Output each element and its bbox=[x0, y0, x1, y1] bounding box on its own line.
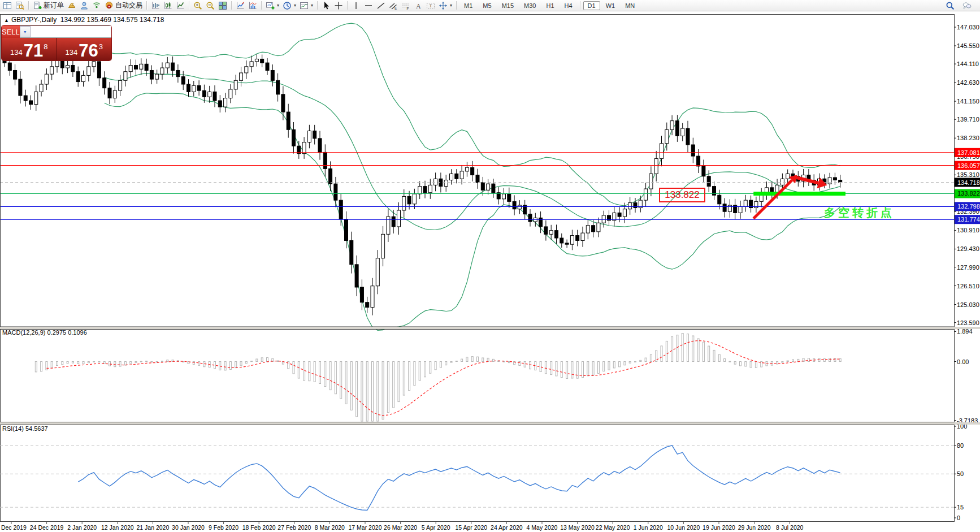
svg-text:15: 15 bbox=[957, 504, 964, 511]
timeframe-h4[interactable]: H4 bbox=[560, 1, 577, 10]
add-indicator-button[interactable]: ▾ bbox=[264, 1, 281, 11]
periods-button[interactable]: ▾ bbox=[281, 1, 298, 11]
collapse-triangle-icon[interactable]: ▲ bbox=[4, 18, 9, 23]
timeframe-d1[interactable]: D1 bbox=[583, 1, 600, 10]
svg-text:24 Dec 2019: 24 Dec 2019 bbox=[30, 524, 64, 531]
timeframe-h1[interactable]: H1 bbox=[541, 1, 558, 10]
svg-text:F: F bbox=[407, 6, 409, 10]
toolbar-separator bbox=[317, 1, 318, 10]
arrows-button[interactable]: ▾ bbox=[437, 1, 454, 11]
timeframe-m15[interactable]: M15 bbox=[497, 1, 518, 10]
svg-text:E: E bbox=[394, 6, 397, 10]
macd-indicator-label: MACD(12,26,9) 0.2975 0.1096 bbox=[2, 329, 87, 336]
trendline-icon bbox=[376, 1, 385, 10]
date-axis[interactable]: 5 Dec 201924 Dec 20192 Jan 202012 Jan 20… bbox=[0, 522, 804, 531]
data-window-button[interactable] bbox=[14, 1, 26, 11]
svg-text:126.510: 126.510 bbox=[957, 283, 979, 289]
timeframe-m5[interactable]: M5 bbox=[478, 1, 496, 10]
zoom-in-button[interactable] bbox=[192, 1, 204, 11]
svg-text:17 Mar 2020: 17 Mar 2020 bbox=[349, 524, 382, 531]
dropdown-caret-icon[interactable]: ▾ bbox=[294, 3, 296, 8]
svg-text:123.590: 123.590 bbox=[957, 319, 979, 326]
macd-pane[interactable] bbox=[35, 334, 841, 421]
template-button[interactable]: ▾ bbox=[298, 1, 315, 11]
timeframe-m1[interactable]: M1 bbox=[459, 1, 477, 10]
candle-chart-icon bbox=[163, 1, 172, 10]
pivot-annotation-text[interactable]: 多空转折点 bbox=[824, 205, 895, 220]
rsi-pane[interactable] bbox=[0, 446, 954, 511]
dropdown-caret-icon[interactable]: ▾ bbox=[277, 3, 279, 8]
chart-symbol-period: GBPJPY-,Daily bbox=[11, 16, 57, 24]
pane-splitter[interactable] bbox=[0, 422, 980, 425]
svg-text:24 Apr 2020: 24 Apr 2020 bbox=[491, 524, 523, 531]
charts-grid-button[interactable] bbox=[1, 1, 14, 11]
horizontal-lines-layer bbox=[0, 153, 954, 219]
chart-window: 147.030145.550144.110142.630141.150139.7… bbox=[0, 11, 980, 532]
svg-text:12 Jan 2020: 12 Jan 2020 bbox=[101, 524, 134, 531]
toolbar-separator bbox=[28, 1, 29, 10]
buy-price[interactable]: 134 76 3 bbox=[57, 38, 112, 60]
trendline-button[interactable] bbox=[375, 1, 387, 11]
signal-button[interactable] bbox=[90, 1, 103, 11]
vertical-line-icon bbox=[352, 1, 361, 10]
community-button[interactable] bbox=[78, 1, 90, 11]
indicator-list-button[interactable] bbox=[246, 1, 259, 11]
svg-text:137.081: 137.081 bbox=[957, 149, 980, 156]
new-order-button[interactable]: 新订单 bbox=[31, 1, 66, 11]
chart-title: ▲GBPJPY-,Daily 134.992 135.469 134.575 1… bbox=[4, 16, 164, 24]
chat-button[interactable] bbox=[961, 1, 973, 11]
channel-button[interactable]: E bbox=[387, 1, 400, 11]
vertical-line-button[interactable] bbox=[350, 1, 362, 11]
label-button[interactable]: T bbox=[424, 1, 437, 11]
horizontal-line-button[interactable] bbox=[362, 1, 375, 11]
svg-text:131.774: 131.774 bbox=[957, 216, 980, 223]
svg-text:141.150: 141.150 bbox=[957, 98, 979, 105]
timeframe-w1[interactable]: W1 bbox=[601, 1, 620, 10]
svg-text:15 Apr 2020: 15 Apr 2020 bbox=[455, 524, 487, 531]
crosshair-button[interactable] bbox=[332, 1, 345, 11]
pane-splitter[interactable] bbox=[0, 327, 980, 329]
price-chart-canvas[interactable]: 147.030145.550144.110142.630141.150139.7… bbox=[0, 11, 980, 532]
timeframe-mn[interactable]: MN bbox=[621, 1, 639, 10]
svg-text:125.030: 125.030 bbox=[957, 301, 979, 308]
svg-text:135.310: 135.310 bbox=[957, 171, 979, 178]
cursor-button[interactable] bbox=[320, 1, 332, 11]
svg-text:139.710: 139.710 bbox=[957, 116, 979, 123]
indicator-window-icon bbox=[236, 1, 245, 10]
svg-text:8 Mar 2020: 8 Mar 2020 bbox=[315, 524, 345, 531]
volume-down-button[interactable]: ▼ bbox=[20, 26, 31, 37]
buy-price-sup: 3 bbox=[99, 42, 103, 51]
one-click-trading-panel: SELL ▼ ▲ BUY 134 71 8 134 76 3 bbox=[2, 25, 111, 60]
gold-button[interactable] bbox=[66, 1, 78, 11]
horizontal-line-icon bbox=[364, 1, 373, 10]
support-price-callout[interactable]: 133.822 bbox=[659, 188, 705, 202]
autotrade-button[interactable]: 自动交易 bbox=[103, 1, 144, 11]
crosshair-icon bbox=[334, 1, 343, 10]
sell-button[interactable]: SELL bbox=[2, 25, 20, 38]
indicator-window-button[interactable] bbox=[234, 1, 246, 11]
tile-windows-button[interactable] bbox=[216, 1, 229, 11]
zoom-out-button[interactable] bbox=[204, 1, 216, 11]
toolbar-separator bbox=[456, 1, 457, 10]
price-axis[interactable]: 147.030145.550144.110142.630141.150139.7… bbox=[954, 24, 980, 521]
svg-text:1.894: 1.894 bbox=[957, 328, 973, 335]
buy-price-big: 76 bbox=[79, 43, 98, 59]
bar-chart-icon bbox=[151, 1, 160, 10]
candle-chart-button[interactable] bbox=[162, 1, 174, 11]
svg-text:18 Feb 2020: 18 Feb 2020 bbox=[242, 524, 276, 531]
toolbar-separator bbox=[146, 1, 147, 10]
svg-text:22 May 2020: 22 May 2020 bbox=[596, 524, 630, 531]
toolbar-separator bbox=[347, 1, 348, 10]
search-button[interactable] bbox=[944, 1, 956, 11]
dropdown-caret-icon[interactable]: ▾ bbox=[450, 3, 452, 8]
svg-text:1 Jun 2020: 1 Jun 2020 bbox=[634, 524, 663, 531]
sell-price[interactable]: 134 71 8 bbox=[2, 38, 57, 60]
text-button[interactable]: A bbox=[412, 1, 424, 11]
line-chart-button[interactable] bbox=[174, 1, 187, 11]
bar-chart-button[interactable] bbox=[149, 1, 162, 11]
dropdown-caret-icon[interactable]: ▾ bbox=[311, 3, 313, 8]
timeframe-m30[interactable]: M30 bbox=[519, 1, 540, 10]
volume-input[interactable] bbox=[31, 26, 111, 37]
support-zone-bar[interactable] bbox=[753, 192, 845, 196]
fibonacci-button[interactable]: F bbox=[400, 1, 412, 11]
